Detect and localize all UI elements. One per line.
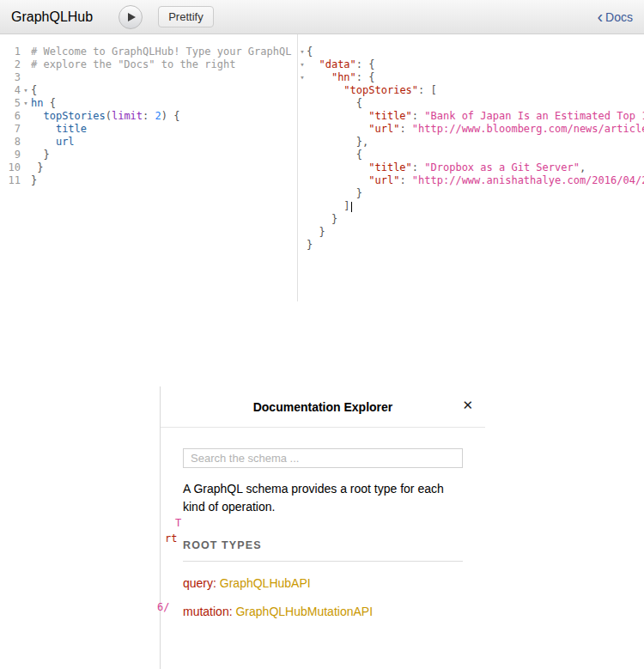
query-code[interactable]: # Welcome to GraphQLHub! Type your Graph…: [31, 34, 297, 301]
code-line: "title": "Dropbox as a Git Server",: [307, 161, 644, 174]
code-token: :: [399, 123, 411, 135]
app-title: GraphQLHub: [11, 9, 93, 25]
query-editor[interactable]: 1234▾5▾67891011 # Welcome to GraphQLHub!…: [0, 34, 297, 301]
schema-search-input[interactable]: [183, 448, 463, 468]
code-token: hn: [31, 97, 43, 109]
fold-spacer: [298, 213, 307, 226]
text-cursor: [351, 202, 352, 212]
code-line: {: [307, 46, 644, 58]
code-line: [31, 71, 297, 84]
line-number: 3: [0, 71, 31, 84]
fold-spacer: [298, 161, 307, 174]
code-token: },: [307, 136, 368, 148]
line-number: 2: [0, 58, 31, 71]
line-number: 4▾: [0, 84, 31, 97]
code-line: "data": {: [307, 58, 644, 71]
fold-gutter-cell: [298, 239, 307, 252]
fold-spacer: [298, 200, 307, 213]
code-line: }: [307, 187, 644, 200]
mutation-type-link[interactable]: GraphQLHubMutationAPI: [235, 605, 373, 618]
fold-arrow-icon[interactable]: ▾: [298, 46, 307, 58]
code-token: # Welcome to GraphQLHub! Type your Graph…: [31, 46, 297, 58]
code-token: }: [307, 239, 313, 251]
code-token: "http://www.bloomberg.com/news/articles/: [412, 123, 644, 135]
fold-gutter-cell: [298, 213, 307, 226]
fold-gutter-cell: [298, 174, 307, 187]
fold-spacer: [298, 239, 307, 252]
code-line: {: [307, 97, 644, 110]
query-type-link[interactable]: GraphQLHubAPI: [220, 576, 311, 590]
fold-spacer: [21, 46, 31, 58]
code-token: {: [307, 46, 313, 58]
execute-button[interactable]: [118, 5, 143, 29]
clipped-text-fragment: 6/: [157, 601, 169, 613]
query-keyword: query:: [183, 576, 216, 590]
line-number: 10: [0, 161, 31, 174]
fold-gutter-cell: [298, 161, 307, 174]
code-token: "title": [368, 161, 412, 173]
code-token: [307, 123, 368, 135]
fold-gutter-cell: ▾: [298, 71, 307, 84]
fold-gutter-cell: [298, 200, 307, 213]
code-token: :: [143, 110, 155, 122]
code-token: }: [307, 226, 325, 238]
code-token: url: [56, 136, 75, 148]
editor-area: 1234▾5▾67891011 # Welcome to GraphQLHub!…: [0, 34, 644, 301]
code-token: "http://www.anishathalye.com/2016/04/25/: [412, 174, 644, 186]
line-number: 6: [0, 110, 31, 123]
code-token: ) {: [161, 110, 180, 122]
fold-spacer: [21, 110, 31, 123]
code-token: {: [307, 149, 362, 161]
code-token: "Bank of Japan Is an Estimated Top 10: [424, 110, 644, 122]
line-number-label: 3: [0, 71, 21, 84]
fold-gutter-cell: [298, 84, 307, 97]
result-fold-gutter: ▾▾▾: [298, 34, 307, 301]
code-line: }: [31, 161, 297, 174]
fold-spacer: [21, 161, 31, 174]
code-token: [31, 136, 56, 148]
code-token: }: [31, 149, 50, 161]
root-types-heading: ROOT TYPES: [183, 539, 463, 562]
line-number-label: 2: [0, 58, 21, 71]
doc-explorer-title: Documentation Explorer: [253, 400, 393, 414]
code-token: }: [31, 174, 37, 186]
fold-arrow-icon[interactable]: ▾: [298, 58, 307, 71]
code-line: }: [307, 239, 644, 252]
code-line: url: [31, 136, 297, 149]
code-line: "url": "http://www.anishathalye.com/2016…: [307, 174, 644, 187]
fold-spacer: [298, 97, 307, 110]
root-type-mutation: mutation: GraphQLHubMutationAPI: [183, 605, 463, 618]
fold-arrow-icon[interactable]: ▾: [298, 71, 307, 84]
code-token: "topStories": [343, 84, 418, 96]
line-number: 11: [0, 174, 31, 187]
code-token: [31, 110, 43, 122]
code-line: "hn": {: [307, 71, 644, 84]
fold-spacer: [298, 226, 307, 239]
fold-arrow-icon[interactable]: ▾: [21, 97, 31, 110]
code-token: "Dropbox as a Git Server": [424, 161, 580, 173]
graphiql-app: GraphQLHub Prettify ‹ Docs 1234▾5▾678910…: [0, 0, 644, 669]
result-viewer[interactable]: ▾▾▾ { "data": { "hn": { "topStories": [ …: [297, 34, 644, 301]
chevron-left-icon: ‹: [597, 10, 603, 22]
code-line: title: [31, 123, 297, 136]
fold-spacer: [298, 84, 307, 97]
line-number: 1: [0, 46, 31, 58]
line-number-label: 7: [0, 123, 21, 136]
fold-arrow-icon[interactable]: ▾: [21, 84, 31, 97]
fold-spacer: [21, 174, 31, 187]
line-number-label: 5: [0, 97, 21, 110]
prettify-button[interactable]: Prettify: [158, 6, 213, 27]
code-token: [307, 174, 368, 186]
code-line: # Welcome to GraphQLHub! Type your Graph…: [31, 46, 297, 58]
docs-toggle[interactable]: ‹ Docs: [597, 10, 633, 24]
fold-gutter-cell: [298, 123, 307, 136]
fold-gutter-cell: [298, 187, 307, 200]
mutation-keyword: mutation:: [183, 605, 233, 618]
code-line: },: [307, 136, 644, 149]
fold-spacer: [298, 110, 307, 123]
code-token: [31, 123, 56, 135]
close-icon[interactable]: ✕: [462, 398, 473, 413]
line-number: 8: [0, 136, 31, 149]
code-token: "hn": [331, 71, 356, 83]
line-number-label: 9: [0, 149, 21, 161]
